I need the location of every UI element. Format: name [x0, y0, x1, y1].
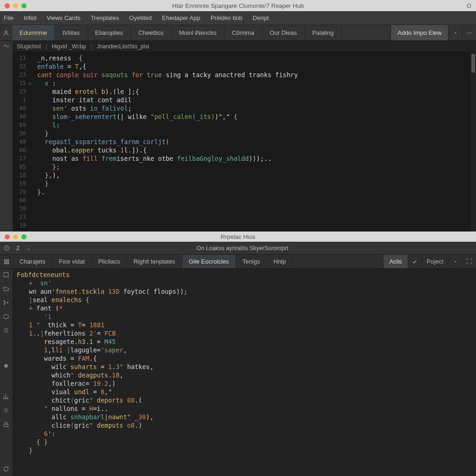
- close-icon[interactable]: [5, 3, 10, 8]
- tab2-righlt[interactable]: Righlt tenplates: [127, 255, 182, 268]
- aclis-button[interactable]: Aclis: [383, 255, 407, 268]
- stop-icon[interactable]: [3, 363, 10, 369]
- clock-icon[interactable]: [4, 245, 10, 251]
- gutter-icons: ⚠: [29, 52, 34, 231]
- tab2-hnlp[interactable]: Hnlp: [267, 255, 293, 268]
- menu-preidec[interactable]: Préidec tlob: [211, 14, 243, 21]
- tab-edumnme[interactable]: Edumnme: [12, 25, 55, 40]
- subbar: 2 ⌄ On Loakss ayriralōs SkyerSuromprt: [0, 242, 476, 255]
- branch-icon[interactable]: [3, 299, 10, 306]
- tabbar1: Edumnme tVililas Eliaroplies Cheettics M…: [0, 25, 476, 41]
- menu-file[interactable]: File: [4, 14, 13, 21]
- tab-comima[interactable]: Cômima: [225, 25, 262, 40]
- crumb-0[interactable]: Stuglchist: [17, 43, 41, 50]
- traffic-lights: [5, 3, 26, 8]
- user-icon[interactable]: [0, 25, 12, 40]
- expand-icon[interactable]: ⛶: [462, 255, 476, 268]
- code-area-2[interactable]: Fobfdcteneunts+ sn'wn aun'fnnset.tsckla …: [13, 269, 476, 476]
- window2-titlebar: Rrpelac Hios: [0, 231, 476, 242]
- list-icon[interactable]: [3, 327, 10, 334]
- svg-point-11: [5, 410, 7, 411]
- grid-icon[interactable]: [0, 255, 13, 268]
- menu-irifiol[interactable]: Irifiol: [24, 14, 36, 21]
- menu-ehedaper[interactable]: Ehedaper App: [162, 14, 200, 21]
- lock-icon[interactable]: [3, 421, 10, 428]
- menu-oyetited[interactable]: Oyetited: [129, 14, 152, 21]
- window1-titlebar: Htar Enninnte Spangare Clumonte/7 Reaper…: [0, 0, 476, 11]
- check-icon[interactable]: [408, 255, 422, 268]
- folder-icon[interactable]: [3, 285, 10, 292]
- editor1: Stuglchist | Higxld _Wcbp | JnandiecLlis…: [13, 41, 476, 231]
- svg-rect-12: [4, 424, 7, 426]
- vertical-scrollbar[interactable]: [470, 52, 476, 231]
- tabbar2: Charajets Fice vidat Plicilacs Righlt te…: [0, 255, 476, 269]
- svg-rect-6: [4, 272, 8, 277]
- sidebar1: Po: [0, 41, 13, 231]
- tab-moinl[interactable]: Moinl iNencks: [172, 25, 225, 40]
- svg-rect-4: [4, 262, 6, 264]
- gear-icon[interactable]: [3, 407, 10, 414]
- close-icon[interactable]: [5, 234, 10, 239]
- svg-rect-10: [4, 364, 7, 368]
- window1-title-right: O: [467, 2, 471, 9]
- tab-ourdleas[interactable]: Our Dleas: [262, 25, 305, 40]
- layers-icon[interactable]: [3, 271, 10, 278]
- menu-deript[interactable]: Deript: [253, 14, 269, 21]
- gutter: 1122231523140408930496617851859796030231…: [13, 52, 29, 231]
- window1-title: Htar Enninnte Spangare Clumonte/7 Reaper…: [0, 2, 476, 9]
- crumb-1[interactable]: Higxld _Wcbp: [52, 43, 86, 50]
- tab2-ficevidat[interactable]: Fice vidat: [53, 255, 92, 268]
- caret-icon[interactable]: ⌄: [26, 245, 31, 251]
- tab2-charajets[interactable]: Charajets: [13, 255, 53, 268]
- addo-impo-button[interactable]: Addo Impo Elew: [390, 25, 448, 40]
- menu-templates[interactable]: Trenplates: [91, 14, 119, 21]
- panel-icon[interactable]: Po: [3, 43, 10, 49]
- svg-rect-3: [7, 259, 9, 261]
- maximize-icon[interactable]: [21, 3, 26, 8]
- menu-views[interactable]: Views Cards: [46, 14, 80, 21]
- tab2-plicilacs[interactable]: Plicilacs: [92, 255, 127, 268]
- refresh-icon[interactable]: [3, 466, 10, 472]
- svg-point-7: [4, 300, 5, 301]
- more-icon[interactable]: ⋯: [462, 25, 476, 40]
- crumb-2[interactable]: JnandiecLlistSto_plst: [97, 43, 149, 50]
- tab2-gile[interactable]: Gile Eocrolcles: [182, 255, 236, 268]
- tab-tvililas[interactable]: tVililas: [55, 25, 87, 40]
- minimize-icon[interactable]: [13, 234, 18, 239]
- svg-point-8: [4, 304, 5, 304]
- tab-eliaroplies[interactable]: Eliaroplies: [88, 25, 131, 40]
- box-icon[interactable]: [3, 313, 10, 320]
- svg-rect-2: [4, 259, 6, 261]
- project-label[interactable]: Poject: [422, 255, 448, 268]
- maximize-icon[interactable]: [21, 234, 26, 239]
- window2-title: Rrpelac Hios: [0, 233, 476, 240]
- svg-point-9: [7, 302, 8, 303]
- chevron-down-icon[interactable]: [448, 25, 462, 40]
- breadcrumb: Stuglchist | Higxld _Wcbp | JnandiecLlis…: [13, 41, 476, 52]
- subbar-num: 2: [16, 245, 20, 251]
- sidebar2: [0, 269, 13, 476]
- subbar-center: On Loakss ayriralōs SkyerSuromprt: [38, 245, 447, 251]
- traffic-lights-2: [5, 234, 26, 239]
- menubar: File Irifiol Views Cards Trenplates Oyet…: [0, 11, 476, 25]
- tab-palaling[interactable]: Palaling: [305, 25, 342, 40]
- svg-rect-5: [7, 262, 9, 264]
- svg-point-0: [5, 31, 7, 33]
- code-area-1[interactable]: 1122231523140408930496617851859796030231…: [13, 52, 476, 231]
- minimize-icon[interactable]: [13, 3, 18, 8]
- tab-cheettics[interactable]: Cheettics: [131, 25, 172, 40]
- chevron-down-icon[interactable]: [448, 255, 462, 268]
- chart-icon[interactable]: [3, 393, 10, 400]
- tab2-tenigs[interactable]: Tenigs: [236, 255, 267, 268]
